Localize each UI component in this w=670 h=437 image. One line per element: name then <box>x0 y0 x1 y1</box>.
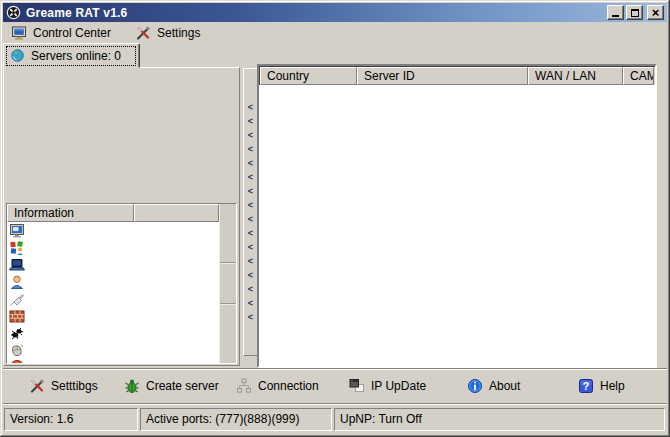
splitter-arrows: <<<<<<<<<<<<<<<< <box>248 100 253 324</box>
information-list-body <box>7 222 219 363</box>
collapse-arrow-icon: < <box>248 268 253 282</box>
collapse-arrow-icon: < <box>248 212 253 226</box>
minimize-button[interactable] <box>607 5 624 20</box>
about-button[interactable]: About <box>463 369 524 403</box>
list-item[interactable] <box>7 273 219 290</box>
injection-icon <box>9 291 25 307</box>
collapse-arrow-icon: < <box>248 114 253 128</box>
status-active-ports: Active ports: (777)(888)(999) <box>140 408 332 431</box>
minimize-icon <box>612 15 619 17</box>
menu-label: Control Center <box>33 26 111 40</box>
button-label: Create server <box>146 379 219 393</box>
monitor-icon <box>11 25 27 41</box>
settings-button[interactable]: Setttibgs <box>25 369 102 403</box>
collapse-arrow-icon: < <box>248 184 253 198</box>
scrollbar-thumb-edge <box>220 262 236 263</box>
information-header-row: Information <box>7 204 219 222</box>
close-button[interactable] <box>647 5 664 20</box>
collapse-arrow-icon: < <box>248 254 253 268</box>
help-button[interactable]: ? Help <box>574 369 629 403</box>
status-version: Version: 1.6 <box>4 408 138 431</box>
user-icon <box>9 274 25 290</box>
information-column-header[interactable]: Information <box>7 204 134 222</box>
remote-desktop-icon <box>9 223 25 239</box>
bug-green-icon <box>124 378 140 394</box>
list-item[interactable] <box>7 341 219 358</box>
help-icon: ? <box>578 378 594 394</box>
servers-table-body <box>259 85 655 366</box>
network-icon <box>236 378 252 394</box>
column-header-wan-lan[interactable]: WAN / LAN <box>528 67 623 85</box>
list-item[interactable] <box>7 256 219 273</box>
button-label: Connection <box>258 379 319 393</box>
servers-table: Country Server ID WAN / LAN CAM <box>257 64 657 368</box>
collapse-arrow-icon: < <box>248 198 253 212</box>
list-item[interactable] <box>7 358 219 363</box>
servers-table-header: Country Server ID WAN / LAN CAM <box>260 67 654 85</box>
tab-servers-online[interactable]: Servers online: 0 <box>3 43 140 68</box>
scrollbar-thumb-edge <box>220 303 236 304</box>
button-label: About <box>489 379 520 393</box>
tab-label: Servers online: 0 <box>31 49 121 63</box>
laptop-icon <box>9 257 25 273</box>
collapse-arrow-icon: < <box>248 156 253 170</box>
statusbar: Version: 1.6 Active ports: (777)(888)(99… <box>3 403 667 434</box>
crossed-tools-icon <box>29 378 45 394</box>
collapse-arrow-icon: < <box>248 170 253 184</box>
column-header-cam[interactable]: CAM <box>623 67 654 85</box>
status-upnp: UpNP: Turn Off <box>334 408 665 431</box>
collapse-arrow-icon: < <box>248 142 253 156</box>
info-icon <box>467 378 483 394</box>
system-blocks-icon <box>9 240 25 256</box>
crossed-tools-icon <box>135 25 151 41</box>
button-label: Help <box>600 379 625 393</box>
information-column-header-2[interactable] <box>134 204 219 222</box>
splitter[interactable]: <<<<<<<<<<<<<<<< <box>243 68 258 356</box>
firewall-icon <box>9 308 25 324</box>
menu-settings[interactable]: Settings <box>131 24 204 42</box>
app-logo-icon <box>6 5 21 20</box>
connection-button[interactable]: Connection <box>232 369 323 403</box>
maximize-button[interactable] <box>626 5 643 20</box>
collapse-arrow-icon: < <box>248 282 253 296</box>
button-label: IP UpDate <box>371 379 426 393</box>
create-server-button[interactable]: Create server <box>120 369 223 403</box>
bug-black-icon <box>9 325 25 341</box>
collapse-arrow-icon: < <box>248 310 253 324</box>
list-item[interactable] <box>7 290 219 307</box>
list-item[interactable] <box>7 222 219 239</box>
titlebar[interactable]: Greame RAT v1.6 <box>3 3 667 22</box>
left-panel: Information <box>3 67 240 366</box>
information-listview: Information <box>6 203 237 364</box>
collapse-arrow-icon: < <box>248 226 253 240</box>
menu-control-center[interactable]: Control Center <box>7 24 115 42</box>
list-item[interactable] <box>7 324 219 341</box>
collapse-arrow-icon: < <box>248 128 253 142</box>
close-icon <box>652 6 660 20</box>
menu-label: Settings <box>157 26 200 40</box>
collapse-arrow-icon: < <box>248 100 253 114</box>
app-window: Greame RAT v1.6 Control Center <box>0 0 670 437</box>
error-icon <box>9 359 25 364</box>
ip-update-button[interactable]: IP UpDate <box>345 369 430 403</box>
svg-text:?: ? <box>583 380 589 392</box>
maximize-icon <box>631 9 639 17</box>
menubar: Control Center Settings <box>3 23 667 43</box>
column-header-server-id[interactable]: Server ID <box>357 67 528 85</box>
windows-icon <box>349 378 365 394</box>
list-item[interactable] <box>7 239 219 256</box>
button-label: Setttibgs <box>51 379 98 393</box>
bottom-toolbar: Setttibgs Create server Connection <box>3 368 667 403</box>
list-item[interactable] <box>7 307 219 324</box>
globe-icon <box>10 48 25 63</box>
window-title: Greame RAT v1.6 <box>26 6 128 20</box>
information-scrollbar[interactable] <box>219 204 236 363</box>
collapse-arrow-icon: < <box>248 240 253 254</box>
column-header-country[interactable]: Country <box>260 67 357 85</box>
collapse-arrow-icon: < <box>248 296 253 310</box>
mouse-icon <box>9 342 25 358</box>
